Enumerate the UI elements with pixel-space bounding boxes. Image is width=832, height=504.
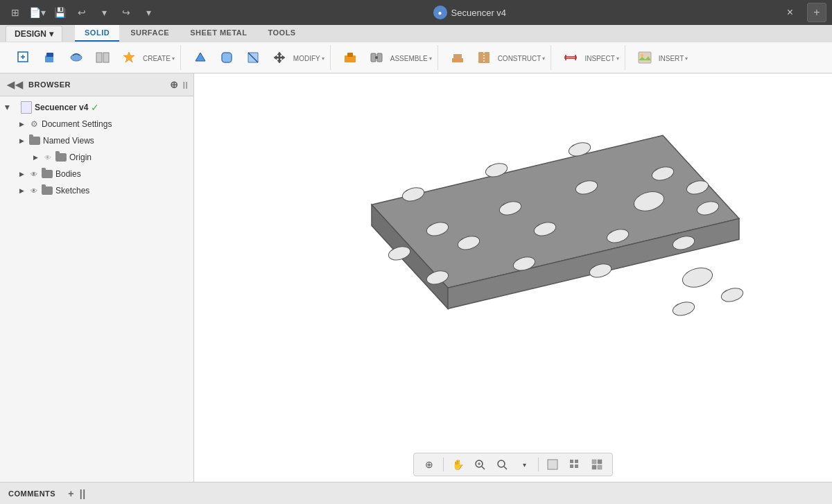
svg-marker-8 [123, 52, 135, 62]
tree-item-doc-settings[interactable]: ▶ ⚙ Document Settings [0, 116, 193, 132]
origin-chevron[interactable]: ▶ [31, 153, 40, 162]
root-label: Secuencer v4 [35, 103, 88, 112]
3d-model [330, 94, 760, 428]
modify-icons [188, 45, 292, 70]
new-sketch-btn[interactable] [11, 45, 36, 70]
root-collapse-chevron [15, 103, 18, 112]
undo-btn[interactable]: ↩ [72, 4, 92, 21]
doc-settings-gear-icon: ⚙ [29, 119, 39, 129]
viewport[interactable]: ⊕ ✋ ▾ [194, 73, 832, 482]
tree-item-origin[interactable]: ▶ 👁 Origin [0, 149, 193, 166]
save-btn[interactable]: 💾 [50, 4, 69, 21]
app-title: Secuencer v4 [451, 8, 507, 18]
origin-eye-icon[interactable]: 👁 [43, 153, 53, 162]
new-component-btn[interactable] [338, 45, 363, 70]
browser-divider-btn[interactable]: || [183, 80, 188, 89]
view-options-btn[interactable] [587, 456, 607, 473]
insert-chevron: ▾ [685, 55, 688, 62]
origin-label: Origin [69, 153, 92, 162]
insert-label[interactable]: INSERT ▾ [659, 55, 688, 62]
svg-rect-14 [371, 53, 376, 62]
tab-solid[interactable]: SOLID [75, 25, 119, 42]
pan-btn[interactable]: ✋ [448, 456, 467, 473]
zoom-btn[interactable] [492, 456, 512, 473]
app-icon: ● [433, 6, 447, 19]
sketches-eye-icon[interactable]: 👁 [29, 186, 39, 195]
named-views-chevron[interactable]: ▶ [17, 136, 26, 146]
revolve-btn[interactable] [64, 45, 89, 70]
home-orbit-btn[interactable]: ⊕ [419, 456, 439, 473]
comments-add-btn[interactable]: + [67, 487, 76, 501]
display-mode-btn[interactable] [543, 456, 562, 473]
construct-icons [445, 45, 496, 70]
zoom-extent-btn[interactable] [470, 456, 489, 473]
svg-rect-57 [548, 460, 557, 469]
svg-rect-59 [575, 460, 578, 463]
sketches-chevron[interactable]: ▶ [17, 186, 26, 195]
browser-header-left: ◀◀ BROWSER [6, 78, 71, 92]
bodies-chevron[interactable]: ▶ [17, 169, 26, 179]
insert-image-btn[interactable] [632, 45, 657, 70]
modify-label[interactable]: MODIFY ▾ [293, 55, 324, 62]
browser-tree: ▶ Secuencer v4 ✓ ▶ ⚙ Document Settings ▶… [0, 96, 193, 482]
tab-tools[interactable]: TOOLS [259, 25, 306, 42]
sketch-tools-btn[interactable] [90, 45, 115, 70]
grid-icon-btn[interactable]: ⊞ [6, 4, 25, 21]
vt-sep1 [443, 458, 444, 471]
zoom-dropdown-btn[interactable]: ▾ [514, 456, 534, 473]
title-bar-left: ⊞ 📄▾ 💾 ↩ ▾ ↪ ▾ [6, 4, 158, 21]
insert-group: INSERT ▾ [627, 45, 694, 70]
grid-display-btn[interactable] [565, 456, 584, 473]
new-tab-btn[interactable]: + [807, 3, 826, 22]
redo-dropdown-btn[interactable]: ▾ [139, 4, 158, 21]
move-btn[interactable] [267, 45, 292, 70]
vt-sep2 [538, 458, 539, 471]
svg-rect-17 [452, 58, 463, 62]
design-label: DESIGN [15, 29, 46, 39]
close-btn[interactable]: × [781, 3, 799, 21]
measure-btn[interactable] [558, 45, 583, 70]
midplane-btn[interactable] [471, 45, 496, 70]
browser-back-icon[interactable]: ◀◀ [6, 78, 24, 92]
svg-rect-62 [592, 460, 596, 464]
offset-plane-btn[interactable] [445, 45, 470, 70]
insert-icons [632, 45, 657, 70]
tree-item-root[interactable]: ▶ Secuencer v4 ✓ [0, 99, 193, 116]
redo-btn[interactable]: ↪ [116, 4, 136, 21]
chamfer-btn[interactable] [241, 45, 266, 70]
push-pull-btn[interactable] [188, 45, 213, 70]
svg-rect-9 [222, 53, 232, 62]
tab-surface[interactable]: SURFACE [121, 25, 179, 42]
svg-rect-18 [453, 54, 462, 58]
title-bar-right: × + [781, 3, 826, 22]
assemble-label[interactable]: ASSEMBLE ▾ [390, 55, 432, 62]
tree-item-sketches[interactable]: ▶ 👁 Sketches [0, 182, 193, 199]
file-menu-btn[interactable]: 📄▾ [28, 4, 47, 21]
doc-settings-chevron[interactable]: ▶ [17, 119, 26, 129]
comments-title: COMMENTS [8, 489, 55, 498]
undo-dropdown-btn[interactable]: ▾ [94, 4, 114, 21]
root-chevron[interactable]: ▶ [3, 103, 12, 112]
svg-point-48 [680, 265, 714, 290]
create-label[interactable]: CREATE ▾ [143, 55, 175, 62]
bodies-folder-icon [42, 170, 53, 178]
assemble-group: ASSEMBLE ▾ [332, 45, 438, 70]
fillet-btn[interactable] [214, 45, 239, 70]
star-btn[interactable] [116, 45, 141, 70]
construct-chevron: ▾ [542, 55, 545, 62]
svg-point-16 [375, 56, 378, 59]
inspect-label[interactable]: INSPECT ▾ [584, 55, 618, 62]
tab-sheetmetal[interactable]: SHEET METAL [180, 25, 257, 42]
browser-add-btn[interactable]: ⊕ [168, 78, 180, 92]
extrude-btn[interactable] [37, 45, 62, 70]
svg-rect-7 [103, 53, 109, 62]
design-button[interactable]: DESIGN ▾ [6, 26, 62, 42]
bodies-eye-icon[interactable]: 👁 [29, 169, 39, 179]
construct-label[interactable]: CONSTRUCT ▾ [498, 55, 546, 62]
comments-collapse-btn[interactable]: || [78, 487, 87, 501]
tree-item-bodies[interactable]: ▶ 👁 Bodies [0, 166, 193, 182]
tree-item-named-views[interactable]: ▶ Named Views [0, 132, 193, 149]
joint-btn[interactable] [364, 45, 389, 70]
create-chevron: ▾ [172, 55, 175, 62]
svg-rect-65 [598, 465, 602, 469]
